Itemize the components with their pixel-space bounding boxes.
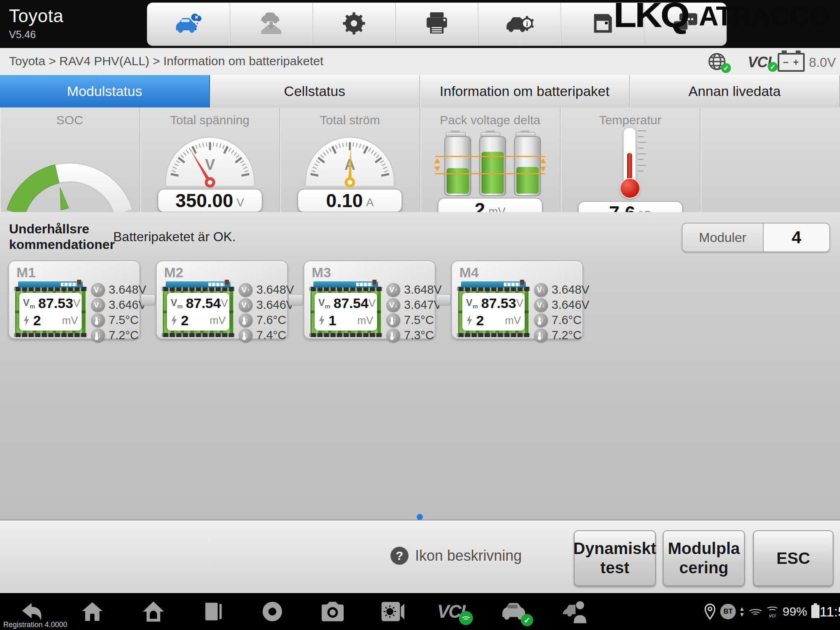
temp-min-icon: ↓	[91, 329, 105, 342]
soc-arc-gauge	[0, 127, 139, 214]
stat-value: 7.6°C	[552, 313, 582, 327]
tab-annan-livedata[interactable]: Annan livedata	[630, 75, 840, 107]
temp-min-icon: ↓	[386, 329, 400, 342]
icon-description-label: Ikon beskrivning	[415, 547, 522, 564]
delta-bolt-icon	[171, 315, 178, 326]
delta-min-line	[435, 173, 545, 174]
vehicle-battery-status[interactable]: − + 8.0V	[778, 53, 836, 72]
android-home-button[interactable]	[141, 600, 166, 623]
vehicle-lift-icon	[256, 11, 286, 37]
icon-description-button[interactable]: ? Ikon beskrivning	[390, 547, 522, 565]
display-settings-button[interactable]	[381, 600, 405, 623]
gauge-panel: SOC 41 % Total spänning V 350.00 V	[0, 107, 840, 213]
module-stat-tmax: ↑7.6°C	[534, 313, 589, 328]
tab-modulstatus[interactable]: Modulstatus	[0, 75, 210, 107]
module-card[interactable]: M2 Vm 87.54 V 2 mV V↑3	[156, 260, 288, 339]
content-area: Underhållsre kommendationer Batteripaket…	[0, 212, 840, 520]
tab-bar: ModulstatusCellstatusInformation om batt…	[0, 75, 840, 107]
temp-max-icon: ↑	[386, 313, 400, 327]
stat-value: 3.648V	[552, 283, 589, 297]
voltage-max-icon: V↑	[534, 283, 548, 297]
module-placement-button[interactable]: Modulplacering	[663, 530, 745, 586]
module-delta-unit: mV	[357, 314, 373, 327]
modules-count: 4	[764, 224, 829, 251]
dynamic-test-button[interactable]: Dynamiskttest	[574, 530, 656, 586]
vehicle-connection-button[interactable]: ✓	[499, 600, 527, 623]
stat-value: 7.3°C	[404, 329, 434, 342]
network-status-icon[interactable]: ✓	[707, 52, 727, 71]
module-voltage-icon: Vm	[466, 297, 478, 310]
module-card[interactable]: M1 Vm 87.53 V 2 mV V↑3	[8, 260, 140, 339]
battery-module-image: Vm 87.54 V 1 mV	[309, 281, 382, 337]
toolbar-button-vehicle-cloud[interactable]	[147, 3, 230, 46]
vehicle-cloud-icon	[173, 11, 203, 37]
page-indicator-dot[interactable]	[417, 514, 423, 520]
bluetooth-icon: BT	[720, 604, 736, 619]
tab-cellstatus[interactable]: Cellstatus	[210, 75, 420, 107]
toolbar-button-vehicle-lift[interactable]	[230, 3, 313, 46]
tablet-battery-icon	[811, 605, 819, 618]
module-delta-unit: mV	[505, 314, 521, 327]
stat-value: 7.5°C	[404, 313, 434, 327]
brand-block: Toyota V5.46	[9, 6, 64, 41]
esc-button[interactable]: ESC	[753, 530, 833, 586]
camera-button[interactable]	[321, 601, 345, 622]
thermometer-icon	[561, 127, 700, 201]
footer-bar: ? Ikon beskrivning Dynamiskttest Modulpl…	[0, 520, 840, 594]
toolbar-button-settings-gear[interactable]	[313, 3, 396, 46]
recent-apps-button[interactable]	[202, 601, 225, 622]
svg-text:i: i	[526, 20, 528, 28]
module-card[interactable]: M4 Vm 87.53 V 2 mV V↑3	[451, 260, 583, 339]
module-readout-box: Vm 87.53 V 2 mV	[462, 293, 525, 331]
back-button[interactable]	[20, 601, 43, 622]
logo-lkq-text: LKQ	[614, 2, 688, 28]
delta-max-line	[435, 156, 545, 157]
modules-count-control[interactable]: Moduler 4	[682, 223, 830, 252]
module-stat-tmax: ↑7.6°C	[239, 313, 294, 328]
stat-value: 7.2°C	[552, 329, 582, 342]
module-voltage-icon: Vm	[171, 297, 183, 310]
toolbar-button-vehicle-info[interactable]: i	[478, 3, 561, 46]
voltage-max-icon: V↑	[91, 283, 105, 297]
technician-support-button[interactable]	[561, 600, 588, 623]
gauge-temperature: Temperatur 7.6 °C	[561, 107, 701, 212]
vci-status[interactable]: VCI ✓	[748, 54, 771, 71]
module-delta-value: 2	[181, 313, 210, 329]
vci-app-button[interactable]: VCI	[437, 601, 465, 622]
wifi-icon	[748, 606, 763, 617]
battery-voltage-label: 8.0V	[809, 55, 836, 70]
module-connector	[436, 294, 451, 306]
check-badge-icon: ✓	[721, 63, 731, 73]
module-id: M1	[16, 265, 135, 281]
vci-device-icon	[588, 11, 617, 37]
module-voltage-value: 87.53	[38, 295, 73, 311]
module-id: M3	[312, 265, 430, 281]
printer-icon	[422, 11, 452, 37]
gauge-title: Temperatur	[599, 113, 662, 127]
app-version: V5.46	[9, 29, 64, 41]
module-stat-vmin: V↓3.646V	[534, 297, 589, 313]
toolbar-button-printer[interactable]	[396, 3, 479, 46]
module-readout-box: Vm 87.54 V 2 mV	[167, 293, 229, 331]
module-readout-box: Vm 87.54 V 1 mV	[315, 293, 377, 331]
voltage-value: 350.00	[176, 189, 233, 212]
chrome-browser-button[interactable]	[261, 600, 284, 623]
stat-value: 7.4°C	[256, 329, 286, 342]
stat-value: 7.2°C	[109, 329, 139, 342]
home-button[interactable]	[80, 601, 104, 622]
module-card[interactable]: M3 Vm 87.54 V 1 mV V↑3	[304, 260, 436, 339]
tab-information-om-batteripaket[interactable]: Information om batteripaket	[420, 75, 630, 107]
gauge-title: Total ström	[320, 113, 380, 127]
module-stat-tmax: ↑7.5°C	[386, 313, 442, 328]
stat-value: 7.5°C	[109, 313, 139, 327]
battery-icon: − +	[778, 53, 805, 72]
vehicle-info-icon: i	[505, 11, 534, 37]
modules-label: Moduler	[682, 224, 764, 251]
temp-min-icon: ↓	[239, 329, 253, 342]
module-readout-box: Vm 87.53 V 2 mV	[19, 293, 82, 331]
voltage-dial-gauge: V	[140, 127, 280, 189]
battery-module-image: Vm 87.53 V 2 mV	[457, 281, 530, 337]
settings-gear-icon	[339, 11, 369, 37]
module-voltage-value: 87.54	[186, 295, 221, 311]
battery-module-image: Vm 87.53 V 2 mV	[14, 281, 87, 337]
